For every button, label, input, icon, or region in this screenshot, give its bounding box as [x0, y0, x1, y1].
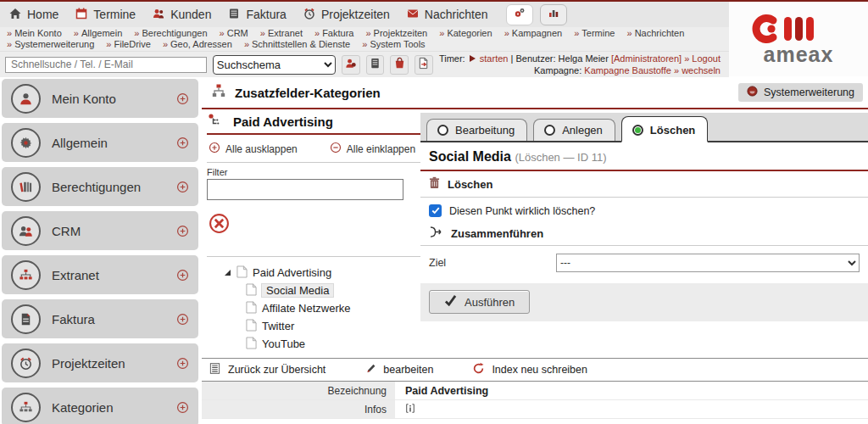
- crumb-mein-konto[interactable]: »Mein Konto: [7, 28, 62, 38]
- tree-node-label[interactable]: Paid Advertising: [253, 266, 331, 279]
- sidebar-item-crm[interactable]: CRM: [2, 211, 198, 250]
- crumb-kampagnen[interactable]: »Kampagnen: [504, 28, 562, 38]
- app-window: Home Termine Kunden Faktura Projektzeite…: [0, 0, 868, 424]
- tree-node-youtube[interactable]: YouTube: [246, 335, 420, 353]
- tree-panel: Paid Advertising Alle ausklappen Alle ei…: [202, 109, 420, 358]
- filter-label: Filter: [207, 167, 420, 177]
- expand-plus-icon[interactable]: [176, 92, 189, 105]
- expand-plus-icon[interactable]: [176, 269, 189, 282]
- logout-link[interactable]: » Logout: [684, 53, 721, 64]
- systemerweiterung-button[interactable]: Systemerweiterung: [738, 83, 863, 102]
- expand-plus-icon[interactable]: [176, 313, 189, 326]
- search-schema-select[interactable]: Suchschema: [213, 55, 336, 75]
- ledger-button[interactable]: [366, 55, 385, 75]
- shop-button[interactable]: [390, 55, 409, 75]
- tree-node-social-media[interactable]: Social Media: [246, 282, 420, 299]
- tree-node-label[interactable]: Twitter: [262, 320, 294, 332]
- clear-filter-button[interactable]: [209, 213, 230, 237]
- crumb-projektzeiten[interactable]: »Projektzeiten: [365, 28, 427, 38]
- nav-label: Faktura: [246, 8, 286, 21]
- tree-open-arrow-icon[interactable]: [225, 270, 231, 276]
- crumb-termine[interactable]: »Termine: [574, 28, 615, 38]
- sidebar-item-mein-konto[interactable]: Mein Konto: [2, 79, 198, 118]
- add-contact-button[interactable]: [342, 55, 360, 75]
- quick-search-input[interactable]: [5, 57, 207, 73]
- edit-link[interactable]: bearbeiten: [364, 363, 433, 377]
- refresh-icon: [472, 362, 485, 377]
- tab-bearbeitung[interactable]: Bearbeitung: [426, 119, 527, 141]
- crumb-berechtigungen[interactable]: »Berechtigungen: [134, 28, 207, 38]
- crumb-allgemein[interactable]: »Allgemein: [74, 28, 122, 38]
- sidebar-item-projektzeiten[interactable]: Projektzeiten: [2, 343, 198, 382]
- nav-item-projektzeiten[interactable]: Projektzeiten: [303, 7, 390, 23]
- collapse-all-link[interactable]: Alle einklappen: [330, 142, 415, 156]
- target-row: Ziel ---: [420, 246, 868, 279]
- expand-plus-icon[interactable]: [176, 357, 189, 370]
- crumb-faktura[interactable]: »Faktura: [314, 28, 353, 38]
- crumb-extranet[interactable]: »Extranet: [260, 28, 303, 38]
- target-select[interactable]: ---: [556, 254, 860, 272]
- list-icon: [209, 362, 221, 377]
- tree-node-label[interactable]: YouTube: [262, 338, 305, 350]
- document-export-button[interactable]: [415, 55, 433, 75]
- table-row: Infos: [202, 400, 868, 419]
- crumb-nachrichten[interactable]: »Nachrichten: [627, 28, 685, 38]
- tree-node-root[interactable]: Paid Advertising: [225, 264, 420, 282]
- sidebar-item-kategorien[interactable]: Kategorien: [2, 388, 198, 424]
- tree-node-label[interactable]: Affilate Netzwerke: [262, 302, 351, 315]
- hierarchy-icon: [11, 393, 41, 422]
- expand-plus-icon[interactable]: [176, 181, 189, 193]
- tree-filter-input[interactable]: [207, 179, 403, 200]
- selected-item-note: (Löschen — ID 11): [515, 151, 606, 164]
- sidebar-item-faktura[interactable]: Faktura: [2, 299, 198, 338]
- breadcrumb-row-1: »Mein Konto »Allgemein »Berechtigungen »…: [7, 28, 722, 39]
- expand-all-link[interactable]: Alle ausklappen: [209, 142, 298, 156]
- sidebar-item-allgemein[interactable]: Allgemein: [2, 123, 198, 162]
- table-row: Bezeichnung Paid Advertising: [202, 382, 868, 400]
- crumb-system-tools[interactable]: »System Tools: [362, 39, 425, 49]
- sidebar-item-label: CRM: [52, 224, 81, 238]
- sidebar-item-berechtigungen[interactable]: Berechtigungen: [2, 167, 198, 206]
- header: Home Termine Kunden Faktura Projektzeite…: [0, 2, 868, 77]
- expand-plus-icon[interactable]: [176, 225, 189, 237]
- crumb-geo-adressen[interactable]: »Geo, Adressen: [163, 39, 232, 49]
- crumb-crm[interactable]: »CRM: [220, 28, 248, 38]
- merge-icon: [429, 226, 443, 240]
- nav-item-faktura[interactable]: Faktura: [227, 7, 286, 23]
- tree-node-twitter[interactable]: Twitter: [246, 317, 420, 335]
- selected-item-title: Social Media: [429, 149, 511, 164]
- sidebar-item-label: Mein Konto: [52, 92, 116, 106]
- rebuild-index-link[interactable]: Index neu schreiben: [472, 362, 587, 377]
- timer-start-link[interactable]: starten: [480, 53, 509, 64]
- admin-gears-button[interactable]: [506, 4, 533, 25]
- expand-plus-icon[interactable]: [176, 401, 189, 414]
- crumb-filedrive[interactable]: »FileDrive: [106, 39, 151, 49]
- nav-item-termine[interactable]: Termine: [75, 7, 136, 23]
- execute-button[interactable]: Ausführen: [429, 290, 530, 314]
- nav-label: Projektzeiten: [321, 8, 390, 21]
- content-area: Zusatzfelder-Kategorien Systemerweiterun…: [202, 77, 868, 423]
- tab-loeschen-active[interactable]: Löschen: [621, 116, 708, 142]
- tab-anlegen[interactable]: Anlegen: [533, 119, 615, 141]
- nav-item-nachrichten[interactable]: Nachrichten: [406, 7, 488, 23]
- tree-node-label-selected[interactable]: Social Media: [262, 284, 333, 297]
- crumb-systemerweiterung[interactable]: »Systemerweiterung: [7, 39, 94, 49]
- back-to-overview-link[interactable]: Zurück zur Übersicht: [209, 362, 326, 377]
- statistics-button[interactable]: [540, 4, 567, 25]
- crumb-schnittstellen[interactable]: »Schnittstellen & Dienste: [244, 39, 350, 49]
- expand-plus-icon[interactable]: [176, 137, 189, 149]
- page-icon: [246, 337, 257, 352]
- radio-on-icon: [632, 125, 643, 136]
- nav-item-kunden[interactable]: Kunden: [152, 7, 211, 23]
- info-icon[interactable]: [405, 403, 415, 416]
- confirm-checkbox-checked[interactable]: [429, 204, 442, 217]
- tree-node-affilate-netzwerke[interactable]: Affilate Netzwerke: [246, 299, 420, 317]
- row-label: Infos: [202, 400, 395, 418]
- sidebar: Mein Konto Allgemein Berechtigungen CRM: [0, 77, 202, 423]
- red-x-circle-icon: [209, 213, 230, 237]
- sidebar-item-extranet[interactable]: Extranet: [2, 255, 198, 294]
- crumb-kategorien[interactable]: »Kategorien: [439, 28, 492, 38]
- nav-item-home[interactable]: Home: [8, 7, 58, 23]
- detail-panel: Bearbeitung Anlegen Löschen Social Media: [420, 109, 868, 358]
- campaign-switch-link[interactable]: » wechseln: [674, 65, 721, 75]
